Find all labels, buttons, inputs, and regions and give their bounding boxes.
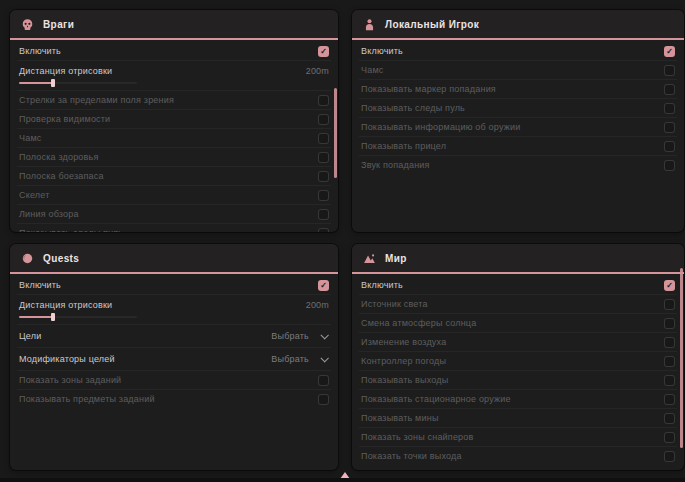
scrollbar-thumb[interactable] — [334, 88, 337, 178]
checkbox[interactable] — [664, 103, 675, 114]
row-checkbox[interactable]: Линия обзора — [17, 204, 331, 223]
row-checkbox[interactable]: Показывать маркер попадания — [359, 79, 677, 98]
checkbox[interactable]: ✓ — [318, 46, 329, 57]
row-checkbox[interactable]: Источник света — [359, 294, 677, 313]
row-checkbox[interactable]: Показывать выходы — [359, 370, 677, 389]
row-label: Контроллер погоды — [361, 356, 446, 366]
checkbox[interactable] — [318, 190, 329, 201]
row-checkbox[interactable]: Проверка видимости — [17, 109, 331, 128]
row-label: Показать зоны заданий — [19, 375, 121, 385]
checkbox[interactable] — [318, 133, 329, 144]
checkbox[interactable] — [664, 122, 675, 133]
checkbox[interactable] — [318, 171, 329, 182]
panel-world: Мир Включить✓Источник светаСмена атмосфе… — [352, 244, 684, 470]
row-checkbox[interactable]: Показывать предметы заданий — [17, 389, 331, 408]
row-checkbox[interactable]: Показывать прицел — [359, 136, 677, 155]
checkbox[interactable] — [664, 451, 675, 462]
row-checkbox[interactable]: Стрелки за пределами поля зрения — [17, 90, 331, 109]
row-checkbox[interactable]: Контроллер погоды — [359, 351, 677, 370]
row-checkbox[interactable]: Полоска здоровья — [17, 147, 331, 166]
checkbox[interactable] — [664, 375, 675, 386]
checkbox[interactable] — [664, 337, 675, 348]
slider[interactable] — [19, 82, 137, 84]
panel-body: Включить✓Дистанция отрисовки200mСтрелки … — [10, 40, 338, 232]
checkbox[interactable]: ✓ — [664, 280, 675, 291]
checkbox[interactable] — [318, 209, 329, 220]
row-checkbox[interactable]: Показать зоны снайперов — [359, 427, 677, 446]
checkbox[interactable] — [318, 375, 329, 386]
checkbox[interactable] — [664, 413, 675, 424]
row-checkbox[interactable]: Показывать следы пуль — [17, 223, 331, 232]
row-checkbox[interactable]: Показывать мины — [359, 408, 677, 427]
row-checkbox[interactable]: Скелет — [17, 185, 331, 204]
row-checkbox[interactable]: Чамс — [359, 60, 677, 79]
checkbox[interactable] — [664, 84, 675, 95]
panel-local-player: Локальный Игрок Включить✓ЧамсПоказывать … — [352, 10, 684, 232]
row-label: Показать зоны снайперов — [361, 432, 474, 442]
row-label: Показывать следы пуль — [19, 228, 123, 232]
checkbox[interactable] — [664, 65, 675, 76]
panel-body: Включить✓Источник светаСмена атмосферы с… — [352, 274, 684, 465]
checkbox[interactable] — [664, 394, 675, 405]
panel-header[interactable]: Враги — [10, 10, 338, 40]
row-label: Включить — [19, 46, 61, 56]
slider-value: 200m — [306, 300, 329, 310]
row-label: Смена атмосферы солнца — [361, 318, 476, 328]
panel-header[interactable]: Quests — [10, 244, 338, 274]
row-label: Показать точки выхода — [361, 451, 462, 461]
row-checkbox[interactable]: Включить✓ — [359, 276, 677, 294]
checkbox[interactable]: ✓ — [318, 280, 329, 291]
row-checkbox[interactable]: Показывать информацию об оружии — [359, 117, 677, 136]
slider-thumb[interactable] — [51, 79, 55, 87]
skull-icon — [21, 18, 34, 31]
checkbox[interactable]: ✓ — [664, 46, 675, 57]
row-checkbox[interactable]: Показывать следы пуль — [359, 98, 677, 117]
slider[interactable] — [19, 316, 137, 318]
checkbox[interactable] — [318, 95, 329, 106]
panel-title: Враги — [43, 19, 74, 30]
row-label: Изменение воздуха — [361, 337, 446, 347]
row-checkbox[interactable]: Показывать стационарное оружие — [359, 389, 677, 408]
checkbox[interactable] — [664, 318, 675, 329]
row-checkbox[interactable]: Включить✓ — [17, 42, 331, 60]
panel-body: Включить✓ЧамсПоказывать маркер попадания… — [352, 40, 684, 174]
row-label: Звук попадания — [361, 160, 430, 170]
checkbox[interactable] — [664, 356, 675, 367]
row-label: Показывать следы пуль — [361, 103, 465, 113]
checkbox[interactable] — [664, 160, 675, 171]
row-checkbox[interactable]: Показать точки выхода — [359, 446, 677, 465]
dropdown[interactable]: Выбрать — [271, 354, 329, 364]
row-label: Полоска здоровья — [19, 152, 99, 162]
row-label: Показывать предметы заданий — [19, 394, 155, 404]
checkbox[interactable] — [664, 299, 675, 310]
slider-thumb[interactable] — [51, 313, 55, 321]
row-checkbox[interactable]: Включить✓ — [359, 42, 677, 60]
scrollbar-thumb[interactable] — [680, 268, 683, 448]
row-label: Дистанция отрисовки — [19, 66, 112, 76]
checkbox[interactable] — [318, 228, 329, 233]
checkbox[interactable] — [318, 152, 329, 163]
row-dropdown[interactable]: Модификаторы целейВыбрать — [17, 347, 331, 370]
checkbox[interactable] — [318, 394, 329, 405]
panel-body: Включить✓Дистанция отрисовки200mЦелиВыбр… — [10, 274, 338, 408]
row-checkbox[interactable]: Изменение воздуха — [359, 332, 677, 351]
panel-header[interactable]: Локальный Игрок — [352, 10, 684, 40]
row-slider[interactable]: Дистанция отрисовки200m — [17, 294, 331, 324]
chevron-down-icon — [320, 331, 328, 339]
checkbox[interactable] — [318, 114, 329, 125]
checkbox[interactable] — [664, 141, 675, 152]
row-slider[interactable]: Дистанция отрисовки200m — [17, 60, 331, 90]
cheat-menu-screen: Враги Включить✓Дистанция отрисовки200mСт… — [0, 0, 685, 482]
dropdown[interactable]: Выбрать — [271, 331, 329, 341]
row-dropdown[interactable]: ЦелиВыбрать — [17, 324, 331, 347]
checkbox[interactable] — [664, 432, 675, 443]
row-label: Источник света — [361, 299, 428, 309]
row-checkbox[interactable]: Звук попадания — [359, 155, 677, 174]
panel-header[interactable]: Мир — [352, 244, 684, 274]
row-checkbox[interactable]: Показать зоны заданий — [17, 370, 331, 389]
row-checkbox[interactable]: Полоска боезапаса — [17, 166, 331, 185]
row-checkbox[interactable]: Смена атмосферы солнца — [359, 313, 677, 332]
row-checkbox[interactable]: Чамс — [17, 128, 331, 147]
row-label: Чамс — [19, 133, 42, 143]
row-checkbox[interactable]: Включить✓ — [17, 276, 331, 294]
